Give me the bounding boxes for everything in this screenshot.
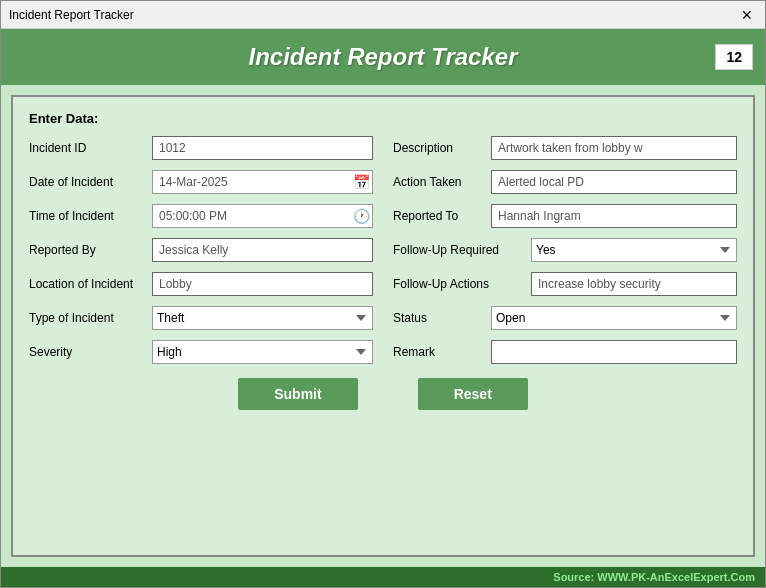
followup-actions-label: Follow-Up Actions bbox=[393, 277, 523, 291]
reported-to-input[interactable] bbox=[491, 204, 737, 228]
reported-by-input[interactable] bbox=[152, 238, 373, 262]
followup-actions-input[interactable] bbox=[531, 272, 737, 296]
followup-req-label: Follow-Up Required bbox=[393, 243, 523, 257]
remark-input[interactable] bbox=[491, 340, 737, 364]
close-button[interactable]: ✕ bbox=[737, 7, 757, 23]
form-container: Enter Data: Incident ID Date of Incident bbox=[11, 95, 755, 557]
incident-id-row: Incident ID bbox=[29, 136, 373, 160]
reported-to-row: Reported To bbox=[393, 204, 737, 228]
date-input-wrapper: 📅 bbox=[152, 170, 373, 194]
form-group-label: Enter Data: bbox=[29, 111, 737, 126]
reported-by-label: Reported By bbox=[29, 243, 144, 257]
window-title: Incident Report Tracker bbox=[9, 8, 134, 22]
incident-id-input[interactable] bbox=[152, 136, 373, 160]
followup-actions-row: Follow-Up Actions bbox=[393, 272, 737, 296]
action-input[interactable] bbox=[491, 170, 737, 194]
time-label: Time of Incident bbox=[29, 209, 144, 223]
buttons-row: Submit Reset bbox=[29, 378, 737, 410]
content-area: Enter Data: Incident ID Date of Incident bbox=[1, 85, 765, 567]
location-row: Location of Incident bbox=[29, 272, 373, 296]
header-bar: Incident Report Tracker 12 bbox=[1, 29, 765, 85]
remark-row: Remark bbox=[393, 340, 737, 364]
left-column: Incident ID Date of Incident 📅 Time of bbox=[29, 136, 373, 364]
date-label: Date of Incident bbox=[29, 175, 144, 189]
description-input[interactable] bbox=[491, 136, 737, 160]
time-input-wrapper: 🕐 bbox=[152, 204, 373, 228]
title-bar: Incident Report Tracker ✕ bbox=[1, 1, 765, 29]
type-row: Type of Incident Theft Vandalism Assault… bbox=[29, 306, 373, 330]
followup-req-row: Follow-Up Required Yes No bbox=[393, 238, 737, 262]
action-row: Action Taken bbox=[393, 170, 737, 194]
right-column: Description Action Taken Reported To bbox=[393, 136, 737, 364]
header-title: Incident Report Tracker bbox=[249, 43, 518, 70]
time-input[interactable] bbox=[153, 206, 350, 226]
reported-to-label: Reported To bbox=[393, 209, 483, 223]
reported-by-row: Reported By bbox=[29, 238, 373, 262]
form-grid: Incident ID Date of Incident 📅 Time of bbox=[29, 136, 737, 364]
severity-label: Severity bbox=[29, 345, 144, 359]
description-row: Description bbox=[393, 136, 737, 160]
location-label: Location of Incident bbox=[29, 277, 144, 291]
date-row: Date of Incident 📅 bbox=[29, 170, 373, 194]
clock-icon[interactable]: 🕐 bbox=[350, 205, 372, 227]
incident-id-label: Incident ID bbox=[29, 141, 144, 155]
date-input[interactable] bbox=[153, 172, 350, 192]
calendar-icon[interactable]: 📅 bbox=[350, 171, 372, 193]
reset-button[interactable]: Reset bbox=[418, 378, 528, 410]
type-select[interactable]: Theft Vandalism Assault Other bbox=[152, 306, 373, 330]
followup-req-select[interactable]: Yes No bbox=[531, 238, 737, 262]
remark-label: Remark bbox=[393, 345, 483, 359]
description-label: Description bbox=[393, 141, 483, 155]
status-label: Status bbox=[393, 311, 483, 325]
type-label: Type of Incident bbox=[29, 311, 144, 325]
location-input[interactable] bbox=[152, 272, 373, 296]
time-row: Time of Incident 🕐 bbox=[29, 204, 373, 228]
footer-bar: Source: WWW.PK-AnExcelExpert.Com bbox=[1, 567, 765, 587]
header-badge: 12 bbox=[715, 44, 753, 70]
status-row: Status Open Closed Pending bbox=[393, 306, 737, 330]
main-window: Incident Report Tracker ✕ Incident Repor… bbox=[0, 0, 766, 588]
footer-text: Source: WWW.PK-AnExcelExpert.Com bbox=[553, 571, 755, 583]
severity-select[interactable]: High Medium Low bbox=[152, 340, 373, 364]
action-label: Action Taken bbox=[393, 175, 483, 189]
submit-button[interactable]: Submit bbox=[238, 378, 357, 410]
severity-row: Severity High Medium Low bbox=[29, 340, 373, 364]
status-select[interactable]: Open Closed Pending bbox=[491, 306, 737, 330]
